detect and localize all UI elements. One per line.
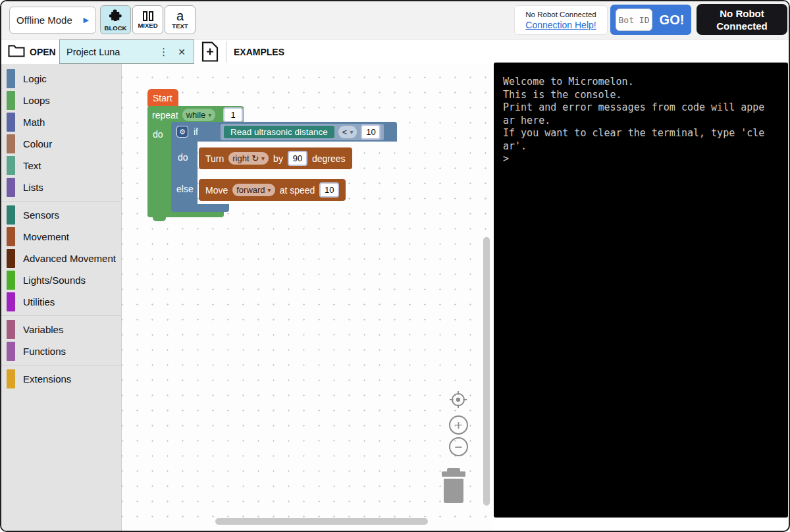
sidebar-item-variables[interactable]: Variables	[1, 319, 121, 340]
if-body-strip: do else	[171, 142, 198, 204]
repeat-body-strip: do	[147, 124, 171, 209]
category-separator	[1, 365, 121, 365]
sidebar-item-movement[interactable]: Movement	[1, 226, 121, 248]
sidebar-item-utilities[interactable]: Utilities	[1, 291, 121, 313]
center-view-button[interactable]	[448, 389, 469, 413]
close-icon[interactable]: ✕	[172, 47, 187, 57]
block-view-label: BLOCK	[105, 24, 127, 32]
start-block[interactable]: Start	[147, 89, 178, 107]
block-view-button[interactable]: BLOCK	[100, 5, 131, 34]
category-color-bar	[7, 134, 15, 153]
text-view-label: TEXT	[172, 22, 188, 30]
ultrasonic-sensor-block[interactable]: Read ultrasonic distance	[224, 126, 334, 138]
turn-direction-dropdown[interactable]: right ↻ ▾	[228, 152, 269, 165]
sidebar-item-lists[interactable]: Lists	[1, 176, 121, 198]
console-line: Print and error messages from code will …	[503, 101, 779, 115]
zoom-in-button[interactable]: +	[449, 415, 468, 435]
category-color-bar	[7, 342, 15, 361]
dropdown-arrow-icon: ▾	[208, 111, 211, 119]
app-window: Offline Mode ▶ BLOCK MIXED a TEXT No Rob…	[0, 0, 790, 532]
folder-icon	[8, 44, 25, 60]
operator-dropdown[interactable]: < ▾	[338, 126, 357, 138]
mode-select[interactable]: Offline Mode ▶	[9, 7, 96, 34]
connection-panel: No Robot Connected Connection Help!	[514, 5, 608, 35]
text-view-button[interactable]: a TEXT	[165, 5, 196, 34]
category-color-bar	[7, 113, 15, 132]
category-separator	[1, 315, 121, 316]
category-color-bar	[7, 271, 15, 290]
category-color-bar	[7, 91, 15, 110]
repeat-count-input[interactable]: 1	[223, 107, 243, 122]
console-prompt: >	[503, 153, 779, 166]
connection-status: No Robot Connected	[525, 11, 596, 18]
category-color-bar	[7, 249, 15, 268]
category-color-bar	[7, 369, 15, 388]
robot-status-line2: Connected	[716, 20, 768, 32]
sidebar-item-advanced-movement[interactable]: Advanced Movement	[1, 248, 121, 269]
blockly-workspace[interactable]: Start repeat while ▾ 1 do ⚙ if Read ultr…	[122, 64, 492, 532]
mixed-view-label: MIXED	[138, 22, 157, 29]
go-button[interactable]: GO!	[658, 13, 686, 28]
sidebar-item-math[interactable]: Math	[1, 111, 121, 133]
sidebar-item-logic[interactable]: Logic	[1, 68, 121, 90]
zoom-out-button[interactable]: −	[449, 437, 468, 456]
block-category-sidebar: Logic Loops Math Colour Text Lists Senso…	[1, 64, 122, 532]
category-color-bar	[7, 320, 15, 339]
bot-id-input[interactable]	[616, 9, 652, 31]
view-toggle-group: BLOCK MIXED a TEXT	[100, 5, 196, 34]
kebab-menu-icon[interactable]: ⋮	[155, 46, 172, 58]
go-panel: GO!	[610, 5, 691, 35]
sidebar-item-loops[interactable]: Loops	[1, 90, 121, 111]
gear-icon[interactable]: ⚙	[176, 126, 188, 138]
console-line: Welcome to Micromelon.	[503, 76, 779, 89]
move-block[interactable]: Move forward ▾ at speed 10	[199, 179, 346, 201]
new-file-button[interactable]	[201, 41, 219, 65]
triangle-right-icon: ▶	[84, 16, 89, 24]
examples-button[interactable]: EXAMPLES	[234, 40, 284, 64]
dropdown-arrow-icon: ▾	[268, 186, 271, 194]
category-color-bar	[7, 205, 15, 225]
move-direction-dropdown[interactable]: forward ▾	[232, 184, 275, 196]
open-button[interactable]: OPEN	[8, 40, 56, 64]
robot-status-line1: No Robot	[720, 7, 764, 20]
horizontal-scrollbar[interactable]	[215, 518, 428, 525]
sidebar-item-functions[interactable]: Functions	[1, 340, 121, 362]
move-speed-input[interactable]: 10	[319, 182, 339, 198]
category-color-bar	[7, 156, 15, 175]
project-tab[interactable]: Project Luna ⋮ ✕	[59, 40, 194, 64]
category-separator	[1, 201, 121, 201]
zoom-out-icon: −	[454, 440, 462, 454]
turn-degrees-input[interactable]: 90	[288, 151, 307, 166]
dropdown-arrow-icon: ▾	[261, 155, 265, 162]
sidebar-item-extensions[interactable]: Extensions	[1, 368, 121, 390]
letter-a-icon: a	[176, 10, 184, 22]
mixed-view-button[interactable]: MIXED	[132, 5, 163, 34]
repeat-block-tab	[153, 217, 166, 221]
open-button-label: OPEN	[30, 47, 56, 57]
turn-block[interactable]: Turn right ↻ ▾ by 90 degrees	[199, 147, 352, 169]
project-tab-title: Project Luna	[66, 47, 155, 57]
if-block-bottom	[171, 204, 229, 212]
console-line: This is the console.	[503, 89, 779, 102]
console-line: ar here.	[503, 115, 779, 128]
vertical-scrollbar[interactable]	[483, 237, 490, 506]
puzzle-icon	[109, 9, 122, 24]
comparison-block[interactable]: Read ultrasonic distance < ▾ 10	[221, 124, 384, 140]
category-color-bar	[7, 292, 15, 311]
trash-icon[interactable]	[439, 468, 468, 506]
mode-select-label: Offline Mode	[16, 14, 72, 26]
sidebar-item-lights-sounds[interactable]: Lights/Sounds	[1, 269, 121, 291]
sidebar-item-text[interactable]: Text	[1, 155, 121, 176]
sidebar-item-colour[interactable]: Colour	[1, 133, 121, 155]
console-line: If you want to clear the terminal, type …	[503, 127, 779, 140]
robot-status-badge: No Robot Connected	[697, 4, 787, 35]
category-color-bar	[7, 227, 15, 246]
repeat-mode-dropdown[interactable]: while ▾	[182, 109, 216, 121]
columns-icon	[143, 11, 153, 21]
toolbar-divider	[226, 41, 226, 63]
console-panel[interactable]: Welcome to Micromelon. This is the conso…	[494, 63, 788, 518]
connection-help-link[interactable]: Connection Help!	[525, 20, 596, 30]
condition-value-input[interactable]: 10	[361, 124, 381, 140]
console-line: ar'.	[503, 140, 779, 153]
sidebar-item-sensors[interactable]: Sensors	[1, 204, 121, 226]
